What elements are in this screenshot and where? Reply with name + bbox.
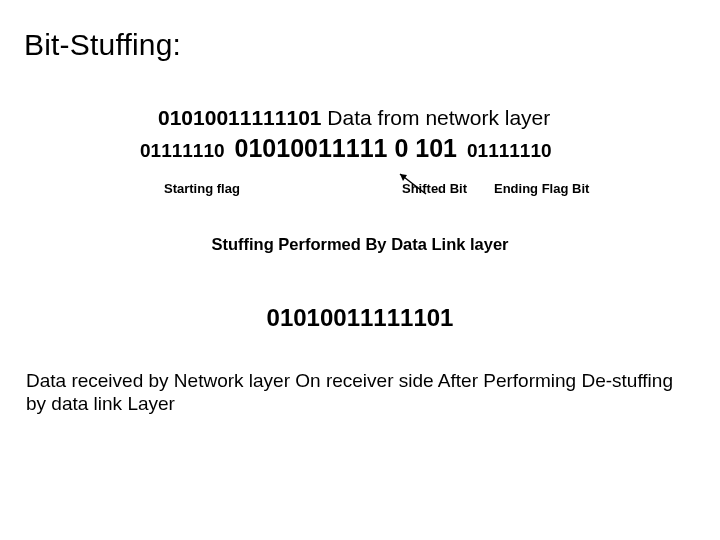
stuffing-caption: Stuffing Performed By Data Link layer — [24, 235, 696, 254]
network-layer-label: Data from network layer — [322, 106, 551, 129]
labels-row: Starting flag Shifted Bit Ending Flag Bi… — [24, 181, 696, 201]
slide: Bit-Stuffing: 01010011111101 Data from n… — [0, 0, 720, 540]
stuffed-data-bits: 01010011111 0 101 — [231, 134, 461, 163]
network-layer-bits: 01010011111101 — [158, 106, 322, 129]
destuffed-result-bits: 01010011111101 — [24, 304, 696, 332]
ending-flag-label: Ending Flag Bit — [494, 181, 589, 196]
starting-flag-label: Starting flag — [164, 181, 240, 196]
page-title: Bit-Stuffing: — [24, 28, 696, 62]
destuffing-caption: Data received by Network layer On receiv… — [24, 370, 696, 416]
svg-marker-1 — [400, 174, 407, 181]
shifted-bit-label: Shifted Bit — [402, 181, 467, 196]
ending-flag-bits: 01111110 — [467, 140, 552, 162]
network-layer-data-line: 01010011111101 Data from network layer — [24, 106, 696, 130]
stuffed-frame-line: 0111111001010011111 0 10101111110 — [24, 134, 696, 163]
starting-flag-bits: 01111110 — [140, 140, 225, 162]
